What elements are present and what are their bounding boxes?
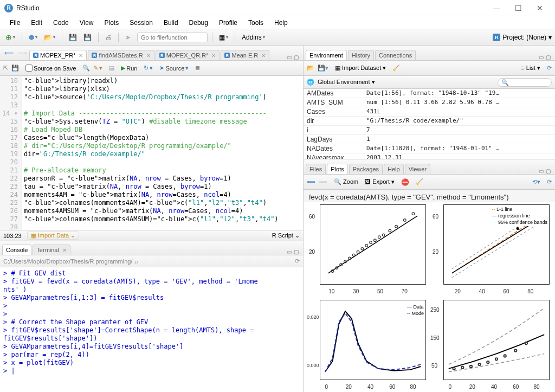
minimize-pane-icon[interactable]: ▭ bbox=[287, 54, 292, 60]
menu-profile[interactable]: Profile bbox=[214, 17, 243, 28]
project-selector[interactable]: Project: (None) bbox=[502, 34, 546, 41]
grid-button[interactable]: ▦▾ bbox=[217, 33, 230, 42]
maximize-pane-icon[interactable]: ▢ bbox=[546, 54, 551, 60]
source-toolbar: ⇱ 💾 Source on Save 🔍 ✎▾ ▤ ▶ Run ↻▾ ➤ Sou… bbox=[0, 61, 303, 76]
tab-environment[interactable]: Environment bbox=[306, 50, 347, 60]
code-editor[interactable]: 1011121314 ▾1516171819202122232425262728… bbox=[0, 76, 303, 230]
find-button[interactable]: 🔍 bbox=[82, 65, 90, 72]
tab-mopex-pr[interactable]: RMOPEX_PR*✕ bbox=[29, 50, 87, 60]
menu-file[interactable]: File bbox=[4, 17, 25, 28]
close-button[interactable]: ✕ bbox=[529, 1, 551, 16]
env-search-input[interactable] bbox=[498, 78, 552, 87]
minimize-pane-icon[interactable]: ▭ bbox=[287, 249, 292, 255]
tab-history[interactable]: History bbox=[348, 50, 374, 60]
console-output[interactable]: > # Fit GEV dist> fitGEV = fevd(x = core… bbox=[0, 267, 303, 392]
menu-view[interactable]: View bbox=[74, 17, 99, 28]
save-all-button[interactable]: 💾 bbox=[81, 33, 94, 42]
view-mode-selector[interactable]: ≡ List ▾ bbox=[521, 65, 540, 72]
close-icon[interactable]: ✕ bbox=[211, 53, 216, 59]
goto-arrow-icon: ➤ bbox=[123, 33, 133, 42]
env-row[interactable]: NADatesDate[1:11828], format: "1948-01-0… bbox=[304, 144, 555, 153]
tab-packages[interactable]: Packages bbox=[349, 164, 383, 174]
tab-findamsdates[interactable]: RfindAMSDates.R✕ bbox=[88, 50, 154, 60]
tab-help[interactable]: Help bbox=[384, 164, 404, 174]
clear-console-icon[interactable]: ⟳ bbox=[295, 258, 300, 265]
clear-plots-button[interactable]: 🧹 bbox=[416, 178, 423, 185]
open-file-button[interactable]: 📂▾ bbox=[42, 33, 57, 42]
next-plot-button[interactable]: ⟹ bbox=[319, 178, 327, 185]
publish-button[interactable]: ⟲▾ bbox=[532, 178, 540, 185]
source-on-save-checkbox[interactable]: Source on Save bbox=[25, 65, 76, 72]
svg-point-30 bbox=[495, 358, 498, 360]
maximize-pane-icon[interactable]: ▢ bbox=[294, 249, 299, 255]
minimize-pane-icon[interactable]: ▭ bbox=[539, 54, 544, 60]
env-table[interactable]: AMDatesDate[1:56], format: "1948-10-13" … bbox=[304, 89, 555, 159]
nav-back-button[interactable]: ⟸ bbox=[2, 48, 16, 58]
new-project-button[interactable]: ⬢▾ bbox=[27, 33, 40, 42]
outline-button[interactable]: ≣ bbox=[195, 65, 200, 72]
language-selector[interactable]: R Script ⌄ bbox=[272, 232, 300, 239]
scope-selector[interactable]: Global Environment ▾ bbox=[318, 79, 375, 86]
env-row[interactable]: AMTS_SUMnum [1:56] 0.11 3.66 2.82 5.96 0… bbox=[304, 98, 555, 107]
addins-button[interactable]: Addins ▾ bbox=[240, 33, 267, 42]
new-file-button[interactable]: ⊕▾ bbox=[3, 32, 17, 43]
menu-code[interactable]: Code bbox=[48, 17, 74, 28]
popout-button[interactable]: ⇱ bbox=[3, 65, 8, 72]
env-row[interactable]: NAyearsmax2003-12-31 bbox=[304, 153, 555, 159]
maximize-pane-icon[interactable]: ▢ bbox=[546, 168, 551, 174]
wand-button[interactable]: ✎▾ bbox=[93, 65, 102, 72]
section-indicator[interactable]: ▦ Import Data ⌄ bbox=[27, 232, 80, 240]
menu-build[interactable]: Build bbox=[158, 17, 184, 28]
refresh-env-button[interactable]: ⟳ bbox=[547, 65, 552, 72]
menu-session[interactable]: Session bbox=[124, 17, 158, 28]
clear-workspace-button[interactable]: 🧹 bbox=[392, 65, 400, 72]
minimize-pane-icon[interactable]: ▭ bbox=[539, 168, 544, 174]
save-button[interactable]: 💾 bbox=[67, 33, 79, 42]
close-icon[interactable]: ✕ bbox=[79, 53, 83, 59]
close-icon[interactable]: ✕ bbox=[146, 53, 151, 59]
load-workspace-button[interactable]: 📂 bbox=[307, 65, 314, 72]
refresh-plot-button[interactable]: ⟳ bbox=[547, 178, 552, 185]
import-dataset-button[interactable]: ▦ Import Dataset ▾ bbox=[335, 65, 386, 72]
menu-plots[interactable]: Plots bbox=[99, 17, 125, 28]
tab-plots[interactable]: Plots bbox=[327, 164, 347, 174]
goto-file-input[interactable] bbox=[137, 33, 208, 42]
tab-console[interactable]: Console bbox=[2, 245, 31, 255]
close-icon[interactable]: ✕ bbox=[261, 53, 266, 59]
console-path[interactable]: C:/Users/Μαρία/Dropbox/Thesis/R programm… bbox=[3, 258, 132, 265]
env-row[interactable]: AMDatesDate[1:56], format: "1948-10-13" … bbox=[304, 89, 555, 98]
menu-tools[interactable]: Tools bbox=[243, 17, 269, 28]
maximize-pane-icon[interactable]: ▢ bbox=[294, 54, 299, 60]
tab-mean-er[interactable]: RMean E.R✕ bbox=[221, 50, 269, 60]
env-row[interactable]: i7 bbox=[304, 126, 555, 135]
menu-debug[interactable]: Debug bbox=[184, 17, 214, 28]
save-file-button[interactable]: 💾 bbox=[11, 65, 19, 72]
env-row[interactable]: dir"G:/Thesis/R code/example/" bbox=[304, 117, 555, 126]
env-row[interactable]: Cases431L bbox=[304, 107, 555, 117]
zoom-button[interactable]: 🔍 Zoom bbox=[334, 178, 358, 185]
chevron-down-icon[interactable]: ▾ bbox=[548, 34, 552, 41]
tab-viewer[interactable]: Viewer bbox=[405, 164, 430, 174]
run-button[interactable]: ▶ Run bbox=[121, 65, 137, 72]
prev-plot-button[interactable]: ⟸ bbox=[307, 178, 315, 185]
menu-help[interactable]: Help bbox=[269, 17, 293, 28]
svg-point-14 bbox=[389, 229, 391, 232]
tab-mopex-qr[interactable]: RMOPEX_QR.R*✕ bbox=[156, 50, 220, 60]
minimize-button[interactable]: — bbox=[486, 1, 507, 16]
maximize-button[interactable]: ☐ bbox=[507, 1, 529, 16]
source-button[interactable]: ➤ Source ▾ bbox=[159, 65, 189, 72]
rerun-button[interactable]: ↻▾ bbox=[144, 65, 153, 72]
notebook-button[interactable]: ▤ bbox=[109, 65, 114, 72]
tab-connections[interactable]: Connections bbox=[375, 50, 416, 60]
print-button[interactable]: 🖨 bbox=[103, 33, 114, 42]
export-button[interactable]: 🖼 Export ▾ bbox=[365, 178, 395, 185]
rstudio-logo-icon: R bbox=[4, 4, 13, 12]
save-workspace-button[interactable]: 💾▾ bbox=[318, 65, 328, 72]
tab-terminal[interactable]: Terminal✕ bbox=[33, 245, 70, 255]
menu-edit[interactable]: Edit bbox=[25, 17, 48, 28]
env-row[interactable]: LagDays1 bbox=[304, 135, 555, 144]
remove-plot-button[interactable]: ⛔ bbox=[401, 178, 409, 186]
console-pane: Console Terminal✕ ▭▢ C:/Users/Μαρία/Drop… bbox=[0, 241, 303, 392]
tab-files[interactable]: Files bbox=[306, 164, 326, 174]
nav-forward-button[interactable]: ⟹ bbox=[16, 48, 29, 58]
